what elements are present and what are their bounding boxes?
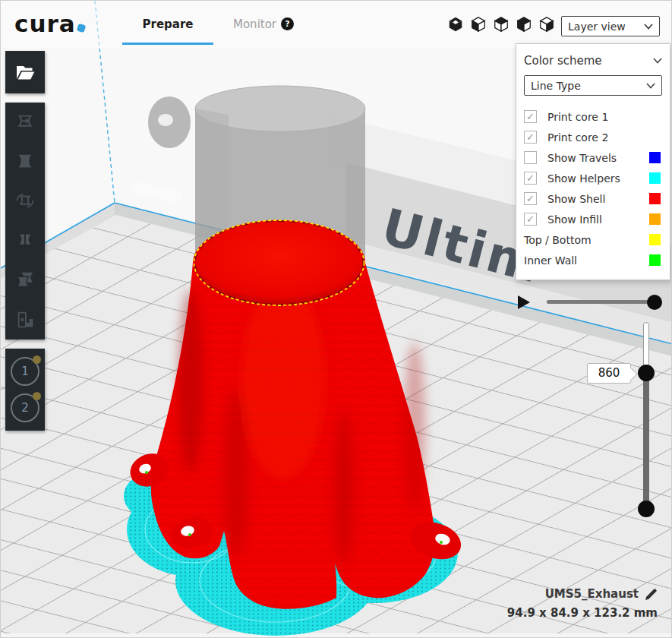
simulation-progress-track[interactable]: [547, 300, 655, 304]
model-info: UMS5_Exhaust 94.9 x 84.9 x 123.2 mm: [507, 587, 658, 620]
front-view-icon: [470, 16, 487, 33]
layer-type-label: Show Infill: [547, 213, 602, 226]
tool-buttons-panel: [5, 103, 45, 340]
scale-icon: [14, 150, 36, 173]
current-layer-label: 860: [587, 363, 631, 384]
extruder-number: 1: [21, 365, 29, 378]
layer-type-row: ✓Show Shell: [524, 188, 662, 209]
layer-type-list: ✓Print core 1✓Print core 2Show Travels✓S…: [524, 106, 662, 270]
color-swatch: [649, 193, 661, 204]
checkbox-print-core-2[interactable]: ✓: [524, 131, 537, 144]
checkbox-print-core-1[interactable]: ✓: [524, 110, 537, 123]
cura-logo: cura: [14, 10, 85, 37]
layer-type-row: Show Travels: [524, 147, 662, 168]
layer-view-panel: Color scheme Line Type ✓Print core 1✓Pri…: [516, 43, 670, 280]
layer-type-label: Inner Wall: [524, 254, 577, 267]
layer-type-label: Show Helpers: [547, 172, 620, 185]
layer-type-label: Show Travels: [547, 152, 617, 164]
chevron-down-icon: [644, 24, 653, 30]
mirror-icon: [14, 229, 36, 252]
tab-monitor[interactable]: Monitor: [233, 17, 276, 31]
active-tab-underline: [122, 43, 213, 45]
top-view-icon: [493, 16, 510, 33]
left-view-icon: [516, 16, 532, 33]
mirror-tool-button[interactable]: [5, 221, 45, 261]
color-swatch: [649, 152, 661, 163]
layer-type-row: ✓Print core 1: [524, 106, 662, 127]
scale-tool-button[interactable]: [5, 142, 45, 182]
checkbox-show-infill[interactable]: ✓: [524, 213, 537, 226]
color-scheme-header[interactable]: Color scheme: [524, 52, 662, 70]
play-simulation-button[interactable]: [518, 295, 530, 309]
layer-type-row: ✓Print core 2: [524, 127, 662, 147]
layer-type-label: Show Shell: [547, 193, 605, 205]
top-bar: cura Prepare Monitor ? Layer view: [1, 1, 671, 48]
layer-slider-handle-top[interactable]: [638, 365, 655, 381]
right-view-button[interactable]: [538, 16, 555, 33]
left-view-button[interactable]: [516, 16, 532, 33]
view-preset-buttons: [447, 16, 555, 33]
layer-type-row: ✓Show Helpers: [524, 168, 662, 188]
move-icon: [14, 111, 36, 134]
support-blocker-tool-button[interactable]: [5, 300, 45, 340]
material-color-dot: [33, 392, 41, 400]
help-icon[interactable]: ?: [281, 17, 294, 30]
chevron-down-icon: [646, 83, 655, 89]
open-folder-icon: [14, 62, 36, 82]
layer-slider-handle-bottom[interactable]: [638, 501, 655, 517]
top-view-button[interactable]: [493, 16, 510, 33]
cura-window: Ultim: [0, 0, 672, 638]
layer-type-row: ✓Show Infill: [524, 209, 662, 229]
view-mode-dropdown[interactable]: Layer view: [561, 16, 660, 36]
checkbox-show-shell[interactable]: ✓: [524, 192, 537, 205]
material-color-dot: [33, 355, 41, 364]
logo-dot-icon: [76, 24, 86, 33]
rotate-tool-button[interactable]: [5, 182, 45, 221]
layer-type-label: Print core 1: [547, 111, 608, 123]
extruder-2-button[interactable]: 2: [11, 393, 39, 422]
support-blocker-icon: [14, 308, 36, 331]
edit-pencil-icon[interactable]: [645, 588, 658, 601]
per-model-settings-tool-button[interactable]: [5, 261, 45, 300]
layer-type-label: Top / Bottom: [524, 234, 592, 246]
simulation-progress-handle[interactable]: [647, 295, 662, 310]
color-swatch: [649, 213, 661, 225]
move-tool-button[interactable]: [5, 103, 45, 142]
extruders-panel: 12: [5, 349, 45, 431]
open-file-button[interactable]: [5, 51, 45, 93]
model-dimensions: 94.9 x 84.9 x 123.2 mm: [507, 606, 658, 620]
extruder-1-button[interactable]: 1: [11, 357, 39, 386]
rotate-icon: [14, 190, 36, 213]
layer-slider-track-lower[interactable]: [643, 374, 649, 510]
checkbox-show-travels[interactable]: [524, 151, 537, 164]
chevron-down-icon: [653, 58, 662, 64]
layer-type-label: Print core 2: [547, 131, 608, 144]
color-scheme-dropdown[interactable]: Line Type: [524, 75, 662, 96]
layer-type-row: Inner Wall: [524, 250, 662, 270]
color-swatch: [649, 172, 661, 184]
color-swatch: [649, 234, 661, 245]
right-view-icon: [538, 16, 555, 33]
color-swatch: [649, 254, 661, 266]
extruder-number: 2: [21, 401, 29, 415]
layer-type-row: Top / Bottom: [524, 229, 662, 250]
tab-prepare[interactable]: Prepare: [122, 17, 213, 31]
3d-view-button[interactable]: [447, 16, 464, 33]
3d-view-icon: [447, 16, 464, 33]
per-model-settings-icon: [14, 269, 36, 292]
front-view-button[interactable]: [470, 16, 487, 33]
checkbox-show-helpers[interactable]: ✓: [524, 172, 537, 185]
model-name: UMS5_Exhaust: [545, 587, 639, 601]
